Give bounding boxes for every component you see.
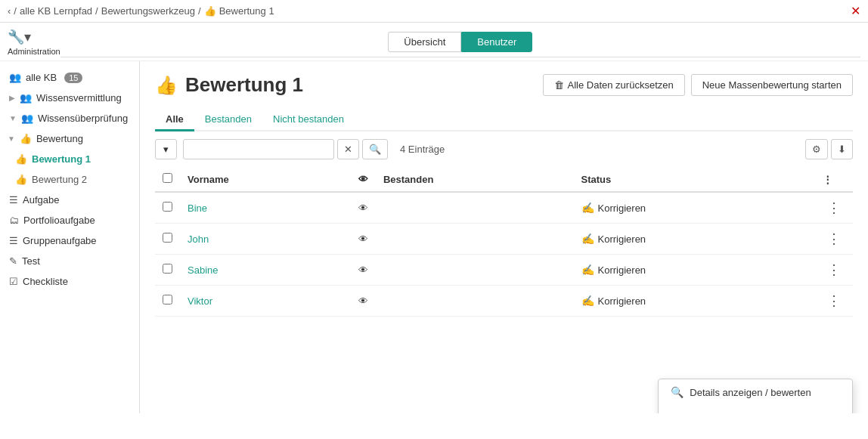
page-header: 👍 Bewertung 1 🗑 Alle Daten zurücksetzen … xyxy=(155,73,853,97)
filter-tab-bestanden[interactable]: Bestanden xyxy=(194,109,262,131)
back-arrow[interactable]: ‹ xyxy=(8,5,11,17)
table-row: Sabine 👁 ✍ Korrigieren ⋮ xyxy=(155,255,853,286)
user-link-john[interactable]: John xyxy=(188,233,209,245)
toolbar-right: ⚙ ⬇ xyxy=(805,139,853,159)
header-buttons: 🗑 Alle Daten zurücksetzen Neue Massenbew… xyxy=(543,74,853,96)
sidebar-item-alle-kb[interactable]: 👥 alle KB 15 xyxy=(0,67,139,88)
clear-search-button[interactable]: ✕ xyxy=(337,139,359,159)
eye-icon-bine[interactable]: 👁 xyxy=(358,202,368,214)
user-link-viktor[interactable]: Viktor xyxy=(188,295,212,307)
context-menu: 🔍 Details anzeigen / bewerten ✔ Status "… xyxy=(658,379,853,413)
administration-button[interactable]: 🔧▾ Administration xyxy=(8,29,60,56)
breadcrumb-sep: / xyxy=(14,5,17,17)
sidebar-item-wissensvermittlung[interactable]: ▶ 👥 Wissensvermittlung xyxy=(0,88,139,108)
breadcrumb-current[interactable]: Bewertung 1 xyxy=(219,5,274,17)
breadcrumb-alle-kb[interactable]: alle KB Lernpfad xyxy=(20,5,92,17)
row-checkbox-viktor[interactable] xyxy=(163,295,172,305)
download-button[interactable]: ⬇ xyxy=(831,139,853,159)
users-icon3: 👥 xyxy=(21,113,33,124)
status-john: ✍ Korrigieren xyxy=(581,233,808,245)
eye-icon-viktor[interactable]: 👁 xyxy=(358,295,368,307)
eye-icon-sabine[interactable]: 👁 xyxy=(358,264,368,276)
eye-icon-john[interactable]: 👁 xyxy=(358,233,368,245)
users-icon: 👥 xyxy=(9,72,21,83)
close-icon[interactable]: ✕ xyxy=(851,4,860,18)
th-dots: ⋮ xyxy=(815,167,853,192)
tab-area: Übersicht Benutzer xyxy=(60,27,860,57)
row-checkbox-sabine[interactable] xyxy=(163,264,172,274)
filter-dropdown[interactable]: ▾ xyxy=(155,139,177,159)
search-input[interactable] xyxy=(183,139,334,159)
check-icon: ☑ xyxy=(9,276,18,287)
trash-icon: 🗑 xyxy=(554,79,564,91)
check-circle-icon: ✔ xyxy=(671,412,680,413)
expand-arrow-bewertung: ▼ xyxy=(8,134,15,143)
user-link-bine[interactable]: Bine xyxy=(188,202,207,214)
user-link-sabine[interactable]: Sabine xyxy=(188,264,218,276)
admin-row: 🔧▾ Administration Übersicht Benutzer xyxy=(0,23,868,61)
test-icon: ✎ xyxy=(9,255,17,267)
bestanden-john xyxy=(376,224,574,255)
filter-tab-alle[interactable]: Alle xyxy=(155,109,194,131)
users-icon2: 👥 xyxy=(20,92,32,104)
korrigieren-icon-sabine: ✍ xyxy=(581,264,594,276)
status-viktor: ✍ Korrigieren xyxy=(581,295,808,307)
content-area: 👍 Bewertung 1 🗑 Alle Daten zurücksetzen … xyxy=(140,61,868,413)
table-row: Bine 👁 ✍ Korrigieren ⋮ xyxy=(155,192,853,224)
bestanden-bine xyxy=(376,192,574,224)
thumb-icon-bewertung: 👍 xyxy=(20,133,32,144)
status-sabine: ✍ Korrigieren xyxy=(581,264,808,276)
sidebar-item-checkliste[interactable]: ☑ Checkliste xyxy=(0,271,139,292)
page-title: Bewertung 1 xyxy=(185,73,303,97)
sidebar-item-bewertung[interactable]: ▼ 👍 Bewertung xyxy=(0,128,139,149)
th-status: Status xyxy=(574,167,815,192)
sidebar-item-aufgabe[interactable]: ☰ Aufgabe xyxy=(0,190,139,210)
details-icon: 🔍 xyxy=(671,386,684,398)
portfolio-icon: 🗂 xyxy=(9,215,19,226)
row-checkbox-bine[interactable] xyxy=(163,202,172,212)
sidebar-item-wissensüberprüfung[interactable]: ▼ 👥 Wissensüberprüfung xyxy=(0,108,139,128)
top-bar: ‹ / alle KB Lernpfad / Bewertungswerkzeu… xyxy=(0,0,868,23)
tab-ubersicht[interactable]: Übersicht xyxy=(388,32,461,52)
context-menu-status-abgeschlossen[interactable]: ✔ Status "abgeschlossen" setzen xyxy=(659,405,852,413)
group-icon: ☰ xyxy=(9,235,18,246)
sidebar-item-portfolioaufgabe[interactable]: 🗂 Portfolioaufgabe xyxy=(0,210,139,230)
thumb-icon-b1: 👍 xyxy=(15,153,27,165)
th-vorname: Vorname xyxy=(180,167,351,192)
bestanden-viktor xyxy=(376,286,574,317)
entries-count: 4 Einträge xyxy=(400,144,445,155)
korrigieren-icon-viktor: ✍ xyxy=(581,295,594,307)
row-dots-viktor[interactable]: ⋮ xyxy=(823,291,845,311)
sidebar-item-bewertung-1[interactable]: 👍 Bewertung 1 xyxy=(0,149,139,169)
breadcrumb-sep3: / xyxy=(198,5,201,17)
row-checkbox-john[interactable] xyxy=(163,233,172,243)
neue-massenbewertung-button[interactable]: Neue Massenbewertung starten xyxy=(691,74,853,96)
row-dots-bine[interactable]: ⋮ xyxy=(823,198,845,218)
select-all-checkbox[interactable] xyxy=(163,173,172,183)
settings-button[interactable]: ⚙ xyxy=(805,139,828,159)
gear-icon: 🔧▾ xyxy=(8,29,31,45)
search-area: ✕ 🔍 xyxy=(183,139,388,159)
table-row: Viktor 👁 ✍ Korrigieren ⋮ xyxy=(155,286,853,317)
th-eye: 👁 xyxy=(351,167,376,192)
row-dots-sabine[interactable]: ⋮ xyxy=(823,260,845,280)
page-title-area: 👍 Bewertung 1 xyxy=(155,73,303,97)
admin-label: Administration xyxy=(8,47,60,56)
sidebar-item-gruppenaufgabe[interactable]: ☰ Gruppenaufgabe xyxy=(0,230,139,251)
search-button[interactable]: 🔍 xyxy=(362,139,388,159)
table-row: John 👁 ✍ Korrigieren ⋮ xyxy=(155,224,853,255)
breadcrumb-icon: 👍 xyxy=(204,5,216,17)
reset-button[interactable]: 🗑 Alle Daten zurücksetzen xyxy=(543,74,685,96)
page-title-icon: 👍 xyxy=(155,75,178,96)
th-checkbox xyxy=(155,167,180,192)
thumb-icon-b2: 👍 xyxy=(15,174,27,185)
status-bine: ✍ Korrigieren xyxy=(581,202,808,214)
row-dots-john[interactable]: ⋮ xyxy=(823,229,845,249)
breadcrumb-sep2: / xyxy=(95,5,98,17)
sidebar-item-bewertung-2[interactable]: 👍 Bewertung 2 xyxy=(0,169,139,190)
breadcrumb-werkzeug[interactable]: Bewertungswerkzeug xyxy=(101,5,195,17)
tab-benutzer[interactable]: Benutzer xyxy=(461,32,532,52)
filter-tab-nicht-bestanden[interactable]: Nicht bestanden xyxy=(262,109,355,131)
context-menu-details[interactable]: 🔍 Details anzeigen / bewerten xyxy=(659,379,852,405)
sidebar-item-test[interactable]: ✎ Test xyxy=(0,251,139,271)
